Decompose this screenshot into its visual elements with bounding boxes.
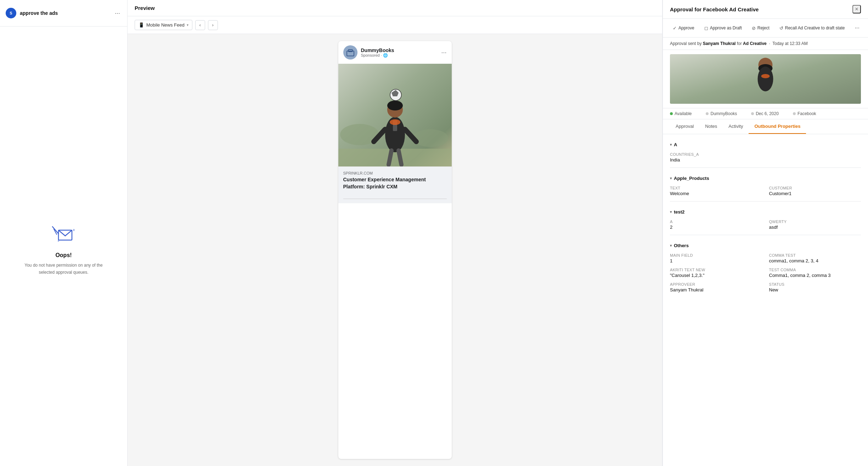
approver-name: Sanyam Thukral: [703, 41, 736, 46]
preview-title: Preview: [135, 5, 155, 11]
svg-line-20: [389, 150, 391, 165]
more-actions-button[interactable]: ···: [852, 22, 862, 34]
fb-ad-image: [338, 64, 452, 166]
svg-point-26: [761, 74, 770, 78]
envelope-icon: + +: [50, 217, 78, 245]
a-value: 2: [670, 225, 762, 230]
svg-point-13: [387, 101, 403, 110]
svg-text:+: +: [57, 239, 60, 243]
svg-line-21: [399, 150, 401, 165]
section-others-label: Others: [674, 243, 689, 248]
text-value: Welcome: [670, 191, 762, 196]
qwerty-label: qwerty: [769, 220, 861, 224]
section-test2: ▾ test2 a 2 qwerty asdf: [670, 206, 861, 235]
field-approveer: Approveer Sanyam Thukral: [670, 282, 762, 292]
sidebar-header: S approve the ads ···: [0, 0, 127, 27]
test-comma-value: Comma1, comma 2, comma 3: [769, 273, 861, 278]
approve-icon: ✓: [673, 25, 677, 31]
preview-header: Preview: [128, 0, 662, 16]
section-test2-header[interactable]: ▾ test2: [670, 206, 861, 217]
section-others-header[interactable]: ▾ Others: [670, 240, 861, 251]
svg-point-9: [413, 129, 448, 147]
tab-outbound-properties[interactable]: Outbound Properties: [749, 119, 806, 134]
a-label: a: [670, 220, 762, 224]
svg-point-17: [390, 119, 400, 125]
fb-page-name: DummyBooks: [361, 47, 394, 53]
thumbnail-image: [670, 54, 861, 104]
section-A-header[interactable]: ▾ A: [670, 139, 861, 150]
chevron-down-icon: ▾: [187, 23, 188, 27]
recall-button[interactable]: ↺ Recall Ad Creative to draft state: [775, 23, 849, 33]
approve-draft-button[interactable]: ◻ Approve as Draft: [700, 23, 746, 33]
divider-A: [670, 167, 861, 168]
field-main-field: Main Field 1: [670, 253, 762, 263]
field-comma-test: comma test comma1, comma 2, 3, 4: [769, 253, 861, 263]
ad-image-svg: [338, 64, 452, 166]
comma-test-label: comma test: [769, 253, 861, 257]
divider-test2: [670, 235, 861, 235]
oops-description: You do not have permission on any of the…: [24, 262, 102, 275]
preview-toolbar: 📱 Mobile News Feed ▾ ‹ ›: [128, 16, 662, 34]
divider-apple: [670, 201, 861, 201]
svg-text:+: +: [73, 228, 75, 233]
section-apple-products-body: TEXT Welcome Customer Customer1: [670, 184, 861, 199]
approveer-value: Sanyam Thukral: [670, 287, 762, 292]
comma-test-value: comma1, comma 2, 3, 4: [769, 258, 861, 263]
fb-page-avatar: [343, 45, 357, 59]
field-status: Status New: [769, 282, 861, 292]
chevron-test2: ▾: [670, 210, 672, 214]
section-others-body: Main Field 1 comma test comma1, comma 2,…: [670, 251, 861, 295]
field-qwerty: qwerty asdf: [769, 220, 861, 230]
fb-domain: SPRINKLR.COM: [343, 171, 447, 175]
tab-notes[interactable]: Notes: [699, 119, 723, 134]
available-status: Available: [670, 111, 692, 116]
akriti-text-label: Akriti text new: [670, 268, 762, 272]
status-label: Status: [769, 282, 861, 286]
section-A-body: countries_A India: [670, 150, 861, 165]
right-panel-header: Approval for Facebook Ad Creative ×: [663, 0, 868, 19]
feed-selector[interactable]: 📱 Mobile News Feed ▾: [135, 20, 192, 30]
chevron-A: ▾: [670, 143, 672, 147]
sidebar-more-button[interactable]: ···: [113, 8, 122, 18]
preview-panel: Preview 📱 Mobile News Feed ▾ ‹ › DummyBo…: [128, 0, 663, 466]
fb-card-footer: [338, 194, 452, 203]
field-akriti-text: Akriti text new "Carousel 1,2,3.": [670, 268, 762, 278]
tab-approval[interactable]: Approval: [670, 119, 699, 134]
fb-sponsored-label: Sponsored · 🌐: [361, 53, 394, 58]
sidebar-empty-state: + + Oops! You do not have permission on …: [0, 27, 127, 466]
avatar: S: [6, 8, 16, 18]
outbound-properties-content: ▾ A countries_A India ▾ Apple_Products T…: [663, 134, 868, 466]
status-value: New: [769, 287, 861, 292]
section-apple-products-header[interactable]: ▾ Apple_Products: [670, 173, 861, 184]
prev-button[interactable]: ‹: [195, 20, 205, 30]
reject-icon: ⊘: [752, 25, 756, 31]
tab-activity[interactable]: Activity: [723, 119, 749, 134]
date-dot: [751, 112, 754, 115]
section-test2-body: a 2 qwerty asdf: [670, 217, 861, 233]
mobile-icon: 📱: [139, 22, 144, 28]
fb-page-info: DummyBooks Sponsored · 🌐: [361, 47, 394, 58]
sidebar-title: approve the ads: [20, 10, 110, 16]
section-test2-label: test2: [674, 209, 684, 215]
text-label: TEXT: [670, 186, 762, 190]
oops-title: Oops!: [55, 252, 72, 258]
dummybooks-dot: [706, 112, 709, 115]
field-test-comma: test comma Comma1, comma 2, comma 3: [769, 268, 861, 278]
close-button[interactable]: ×: [852, 5, 861, 13]
section-A-label: A: [674, 142, 677, 147]
section-apple-products: ▾ Apple_Products TEXT Welcome Customer C…: [670, 173, 861, 201]
facebook-meta: Facebook: [793, 111, 816, 116]
field-a: a 2: [670, 220, 762, 230]
approveer-label: Approveer: [670, 282, 762, 286]
meta-row: Available DummyBooks Dec 6, 2020 Faceboo…: [663, 108, 868, 119]
section-A: ▾ A countries_A India: [670, 139, 861, 168]
fb-headline: Customer Experience Management Platform:…: [343, 176, 447, 190]
approve-button[interactable]: ✓ Approve: [669, 23, 699, 33]
thumbnail-area: [663, 50, 868, 108]
next-button[interactable]: ›: [208, 20, 218, 30]
reject-button[interactable]: ⊘ Reject: [748, 23, 774, 33]
tabs: Approval Notes Activity Outbound Propert…: [663, 119, 868, 134]
customer-label: Customer: [769, 186, 861, 190]
fb-more-icon[interactable]: ···: [441, 49, 446, 56]
right-panel-title: Approval for Facebook Ad Creative: [670, 6, 759, 12]
